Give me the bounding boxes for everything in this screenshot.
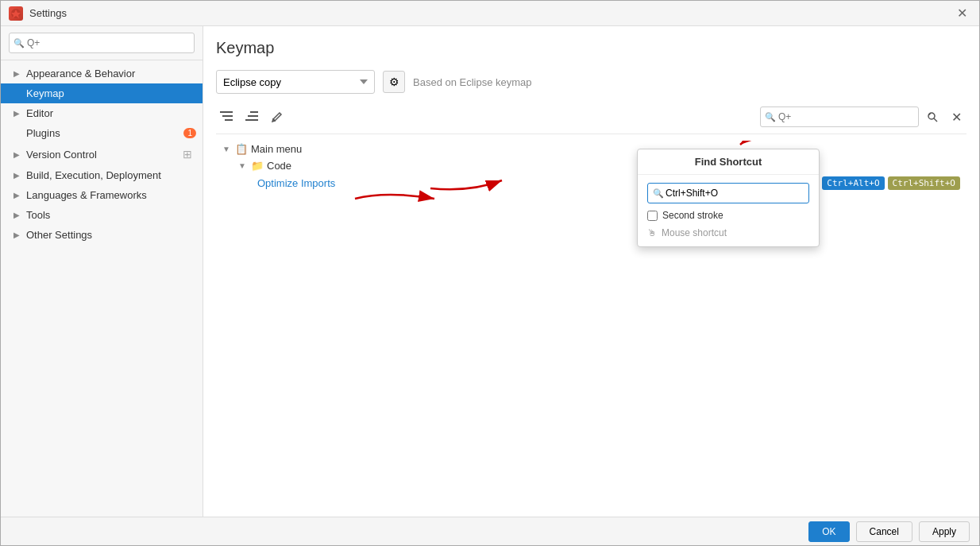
chevron-icon: ▶ <box>14 109 21 118</box>
gear-button[interactable]: ⚙ <box>383 71 405 93</box>
tree-item-main-menu[interactable]: ▼ 📋 Main menu <box>216 141 966 157</box>
expand-icon: ▼ <box>222 145 232 153</box>
mouse-shortcut-label: Mouse shortcut <box>662 227 727 238</box>
folder-icon: 📁 <box>251 160 264 172</box>
shortcut-badge-ctrl-shift-o: Ctrl+Shift+O <box>888 176 960 190</box>
popup-search-icon: 🔍 <box>653 188 664 199</box>
shortcut-badge-ctrl-alt-o: Ctrl+Alt+O <box>822 176 884 190</box>
footer-bar: OK Cancel Apply <box>1 517 979 545</box>
collapse-all-button[interactable] <box>241 106 262 127</box>
keymap-header: Eclipse copy Default Mac OS X Emacs ⚙ Ba… <box>216 70 966 94</box>
svg-rect-2 <box>220 111 233 113</box>
svg-rect-3 <box>222 115 233 117</box>
title-bar: Settings ✕ <box>1 1 979 26</box>
svg-rect-4 <box>225 119 233 121</box>
svg-rect-7 <box>245 119 258 121</box>
svg-line-9 <box>934 118 937 122</box>
tree-item-label: Main menu <box>251 143 302 155</box>
svg-point-8 <box>928 113 935 119</box>
sidebar-item-label: Other Settings <box>26 229 92 241</box>
apply-button[interactable]: Apply <box>919 521 970 542</box>
chevron-icon: ▶ <box>14 211 21 219</box>
close-button[interactable]: ✕ <box>952 4 971 23</box>
sidebar-item-label: Editor <box>26 107 53 119</box>
based-on-text: Based on Eclipse keymap <box>413 76 532 88</box>
svg-rect-5 <box>250 111 258 113</box>
cancel-button[interactable]: Cancel <box>856 521 912 542</box>
page-title: Keymap <box>216 39 966 57</box>
second-stroke-checkbox[interactable] <box>647 211 658 221</box>
tree-item-label: Optimize Imports <box>257 177 335 189</box>
main-content: Keymap Eclipse copy Default Mac OS X Ema… <box>203 26 979 517</box>
sidebar-item-label: Appearance & Behavior <box>26 68 135 79</box>
sidebar-item-label: Plugins <box>26 127 60 139</box>
shortcuts-area: Ctrl+Alt+O Ctrl+Shift+O <box>822 176 960 190</box>
sidebar-item-label: Build, Execution, Deployment <box>26 169 161 181</box>
settings-window: Settings ✕ 🔍 ▶ Appearance & Behavior Key… <box>0 0 980 546</box>
sidebar-item-label: Tools <box>26 209 50 221</box>
folder-icon: 📋 <box>235 143 248 155</box>
popup-body: 🔍 Second stroke 🖱 Mouse shortcut <box>638 175 819 246</box>
tree-item-code[interactable]: ▼ 📁 Code <box>216 157 966 174</box>
keymap-dropdown[interactable]: Eclipse copy Default Mac OS X Emacs <box>216 70 375 94</box>
sidebar-item-appearance[interactable]: ▶ Appearance & Behavior <box>1 64 203 83</box>
sidebar-item-version-control[interactable]: ▶ Version Control ⊞ <box>1 143 203 165</box>
expand-icon: ▼ <box>238 161 248 170</box>
chevron-icon: ▶ <box>14 150 21 159</box>
close-search-button[interactable]: ✕ <box>946 106 966 127</box>
sidebar-item-editor[interactable]: ▶ Editor <box>1 103 203 123</box>
chevron-icon: ▶ <box>14 230 21 239</box>
window-title: Settings <box>29 7 67 19</box>
mouse-icon: 🖱 <box>647 227 657 238</box>
sidebar-item-languages[interactable]: ▶ Languages & Frameworks <box>1 185 203 205</box>
sidebar-item-label: Keymap <box>26 87 64 99</box>
svg-rect-6 <box>248 115 258 117</box>
sidebar-search-icon: 🔍 <box>14 38 25 48</box>
content-area: 🔍 ▶ Appearance & Behavior Keymap ▶ Edito… <box>1 26 979 517</box>
chevron-icon: ▶ <box>14 191 21 199</box>
sidebar-search-wrapper: 🔍 <box>9 33 195 53</box>
popup-shortcut-input[interactable] <box>647 183 809 203</box>
popup-title: Find Shortcut <box>638 149 819 175</box>
sidebar: 🔍 ▶ Appearance & Behavior Keymap ▶ Edito… <box>1 26 203 517</box>
search-right: 🔍 ✕ <box>760 106 966 127</box>
sidebar-item-tools[interactable]: ▶ Tools <box>1 205 203 225</box>
sidebar-search-input[interactable] <box>9 33 195 53</box>
second-stroke-label: Second stroke <box>662 210 723 221</box>
app-icon <box>9 6 23 21</box>
title-bar-left: Settings <box>9 6 67 21</box>
nav-tree: ▶ Appearance & Behavior Keymap ▶ Editor … <box>1 60 203 517</box>
tree-item-label: Code <box>267 160 291 172</box>
sidebar-item-build[interactable]: ▶ Build, Execution, Deployment <box>1 165 203 185</box>
expand-all-button[interactable] <box>216 106 237 127</box>
sidebar-item-other[interactable]: ▶ Other Settings <box>1 225 203 245</box>
ok-button[interactable]: OK <box>808 521 849 542</box>
find-shortcut-button[interactable] <box>922 106 943 127</box>
version-control-badge: ⊞ <box>179 147 196 161</box>
popup-second-stroke-row: Second stroke <box>647 210 809 221</box>
chevron-icon: ▶ <box>14 69 21 78</box>
search-icon-right: 🔍 <box>765 112 776 122</box>
sidebar-item-keymap[interactable]: Keymap <box>1 83 203 103</box>
find-shortcut-popup: Find Shortcut 🔍 Second stroke 🖱 Mous <box>637 149 820 247</box>
tree-area: ▼ 📋 Main menu ▼ 📁 Code Optimize Imports … <box>216 141 966 504</box>
sidebar-item-label: Version Control <box>26 149 97 161</box>
arrow-overlay <box>216 141 966 504</box>
sidebar-search-bar: 🔍 <box>1 26 203 60</box>
tree-item-optimize-imports[interactable]: Optimize Imports Ctrl+Alt+O Ctrl+Shift+O <box>216 174 966 192</box>
search-wrapper-right: 🔍 <box>760 106 919 127</box>
popup-input-wrapper: 🔍 <box>647 183 809 203</box>
sidebar-item-plugins[interactable]: Plugins 1 <box>1 123 203 143</box>
edit-button[interactable] <box>267 106 287 127</box>
chevron-icon: ▶ <box>14 171 21 180</box>
toolbar-row: 🔍 ✕ <box>216 106 966 134</box>
plugins-badge: 1 <box>183 128 196 138</box>
keymap-search-input[interactable] <box>760 106 919 127</box>
popup-mouse-row: 🖱 Mouse shortcut <box>647 227 809 238</box>
sidebar-item-label: Languages & Frameworks <box>26 189 147 201</box>
